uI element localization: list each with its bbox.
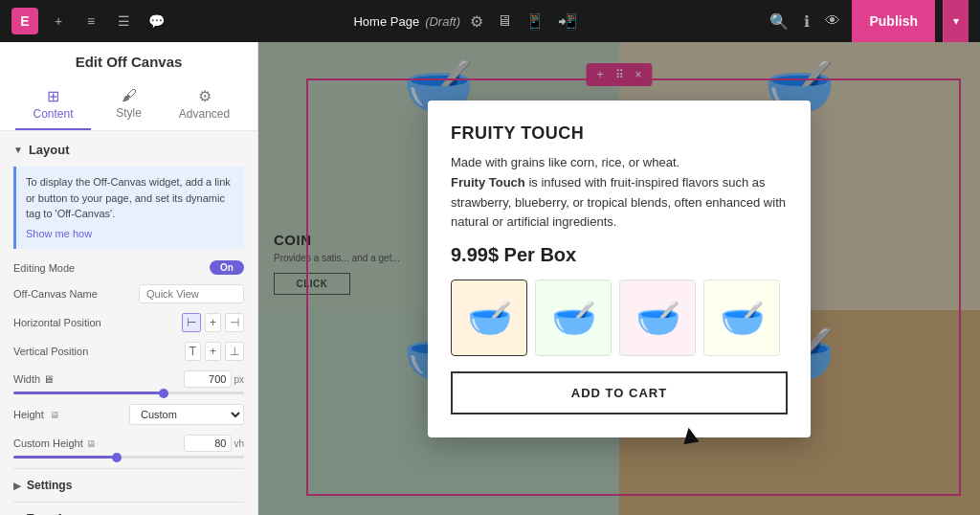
info-text: To display the Off-Canvas widget, add a … <box>26 176 231 219</box>
publish-dropdown-button[interactable]: ▾ <box>943 0 969 42</box>
page-name: Home Page <box>353 14 419 29</box>
bowl-emoji-4: 🥣 <box>720 297 765 339</box>
modal-desc-plain: Made with grains like corn, rice, or whe… <box>451 155 679 169</box>
preview-icon[interactable]: 👁 <box>821 9 844 34</box>
settings-label: Settings <box>27 479 72 492</box>
width-icon: 🖥 <box>43 373 54 385</box>
top-bar-center: Home Page (Draft) ⚙ 🖥 📱 📲 <box>353 9 581 34</box>
settings-section[interactable]: ▶ Settings <box>13 468 244 502</box>
sidebar-title: Edit Off Canvas <box>15 54 242 70</box>
modal-title: FRUITY TOUCH <box>451 123 788 144</box>
info-box: To display the Off-Canvas widget, add a … <box>13 167 244 249</box>
modal-image-2[interactable]: 🥣 <box>535 280 612 356</box>
custom-height-icon: 🖥 <box>86 438 96 449</box>
modal-image-1[interactable]: 🥣 <box>451 280 527 356</box>
width-slider[interactable] <box>13 392 244 394</box>
search-icon[interactable]: 🔍 <box>766 9 792 34</box>
modal-overlay: FRUITY TOUCH Made with grains like corn,… <box>258 42 980 515</box>
transform-section[interactable]: ▶ Transform <box>13 502 244 515</box>
settings-arrow-icon: ▶ <box>13 481 21 491</box>
off-canvas-name-row: Off-Canvas Name <box>13 284 244 303</box>
history-icon[interactable]: ≡ <box>78 9 103 34</box>
v-pos-bottom-button[interactable]: ⊥ <box>225 342 244 361</box>
sidebar: Edit Off Canvas ⊞ Content 🖌 Style ⚙ Adva… <box>0 42 258 515</box>
off-canvas-name-label: Off-Canvas Name <box>13 288 139 300</box>
custom-height-label: Custom Height 🖥 <box>13 437 96 449</box>
custom-height-value-input[interactable] <box>184 435 232 452</box>
height-icon: 🖥 <box>50 410 59 420</box>
off-canvas-name-input[interactable] <box>139 284 244 303</box>
width-unit: px <box>234 374 244 385</box>
sidebar-tabs: ⊞ Content 🖌 Style ⚙ Advanced <box>15 79 242 130</box>
editing-mode-label: Editing Mode <box>13 262 210 274</box>
layers-icon[interactable]: ☰ <box>111 9 136 34</box>
add-icon[interactable]: + <box>46 9 71 34</box>
vertical-position-row: Vertical Position T + ⊥ <box>13 342 244 361</box>
vertical-position-icons: T + ⊥ <box>185 342 244 361</box>
sidebar-header: Edit Off Canvas ⊞ Content 🖌 Style ⚙ Adva… <box>0 42 257 131</box>
layout-section-header[interactable]: ▼ Layout <box>13 143 244 157</box>
comments-icon[interactable]: 💬 <box>144 9 168 34</box>
add-to-cart-button[interactable]: ADD TO CART <box>451 371 788 414</box>
layout-section-label: Layout <box>29 143 70 157</box>
modal-images: 🥣 🥣 🥣 🥣 <box>451 280 788 356</box>
bowl-emoji-2: 🥣 <box>551 297 596 339</box>
layout-arrow-icon: ▼ <box>13 145 23 155</box>
advanced-tab-icon: ⚙ <box>170 87 238 105</box>
width-label: Width 🖥 <box>13 373 54 385</box>
h-pos-left-button[interactable]: ⊢ <box>182 313 201 332</box>
bowl-emoji-1: 🥣 <box>467 297 512 339</box>
bowl-emoji-3: 🥣 <box>635 297 680 339</box>
tab-advanced[interactable]: ⚙ Advanced <box>167 79 242 130</box>
settings-icon[interactable]: ⚙ <box>466 9 487 34</box>
modal: FRUITY TOUCH Made with grains like corn,… <box>428 101 811 437</box>
height-select[interactable]: Custom Auto Full <box>129 404 244 425</box>
height-row: Height 🖥 Custom Auto Full <box>13 404 244 425</box>
modal-image-4[interactable]: 🥣 <box>703 280 780 356</box>
main-layout: Edit Off Canvas ⊞ Content 🖌 Style ⚙ Adva… <box>0 42 980 515</box>
custom-height-unit: vh <box>234 438 244 449</box>
mobile-icon[interactable]: 📲 <box>554 9 581 34</box>
modal-description: Made with grains like corn, rice, or whe… <box>451 153 788 233</box>
h-pos-right-button[interactable]: ⊣ <box>225 313 244 332</box>
horizontal-position-row: Horizontal Position ⊢ + ⊣ <box>13 313 244 332</box>
modal-image-3[interactable]: 🥣 <box>619 280 696 356</box>
cursor-arrow: ▲ <box>675 417 706 452</box>
custom-height-slider[interactable] <box>13 456 244 459</box>
style-tab-icon: 🖌 <box>95 87 163 104</box>
desktop-icon[interactable]: 🖥 <box>493 9 516 34</box>
top-bar-right: 🔍 ℹ 👁 Publish ▾ <box>766 0 969 42</box>
editing-mode-row: Editing Mode On <box>13 260 244 275</box>
height-label: Height 🖥 <box>13 409 129 420</box>
width-row: Width 🖥 px <box>13 370 244 394</box>
sidebar-body: ▼ Layout To display the Off-Canvas widge… <box>0 131 257 515</box>
modal-desc-bold: Fruity Touch <box>451 175 525 190</box>
editing-mode-toggle[interactable]: On <box>210 260 244 275</box>
h-pos-center-button[interactable]: + <box>205 313 221 332</box>
custom-height-row: Custom Height 🖥 vh <box>13 435 244 459</box>
elementor-logo[interactable]: E <box>11 8 38 34</box>
canvas: 🥣 COIN Provides a satis... and a get... … <box>258 42 980 515</box>
show-me-link[interactable]: Show me how <box>26 226 234 242</box>
page-status: (Draft) <box>425 14 460 29</box>
tablet-icon[interactable]: 📱 <box>522 9 548 34</box>
v-pos-top-button[interactable]: T <box>185 342 201 361</box>
tab-content[interactable]: ⊞ Content <box>15 79 91 130</box>
help-icon[interactable]: ℹ <box>800 9 813 34</box>
vertical-position-label: Vertical Position <box>13 346 185 357</box>
horizontal-position-icons: ⊢ + ⊣ <box>182 313 244 332</box>
publish-button[interactable]: Publish <box>852 0 935 42</box>
modal-price: 9.99$ Per Box <box>451 244 788 266</box>
width-value-input[interactable] <box>184 370 232 388</box>
v-pos-middle-button[interactable]: + <box>205 342 221 361</box>
top-bar: E + ≡ ☰ 💬 Home Page (Draft) ⚙ 🖥 📱 📲 🔍 ℹ … <box>0 0 980 42</box>
content-tab-icon: ⊞ <box>19 87 87 105</box>
top-bar-left: E + ≡ ☰ 💬 <box>11 8 168 34</box>
horizontal-position-label: Horizontal Position <box>13 317 182 328</box>
tab-style[interactable]: 🖌 Style <box>91 79 167 130</box>
